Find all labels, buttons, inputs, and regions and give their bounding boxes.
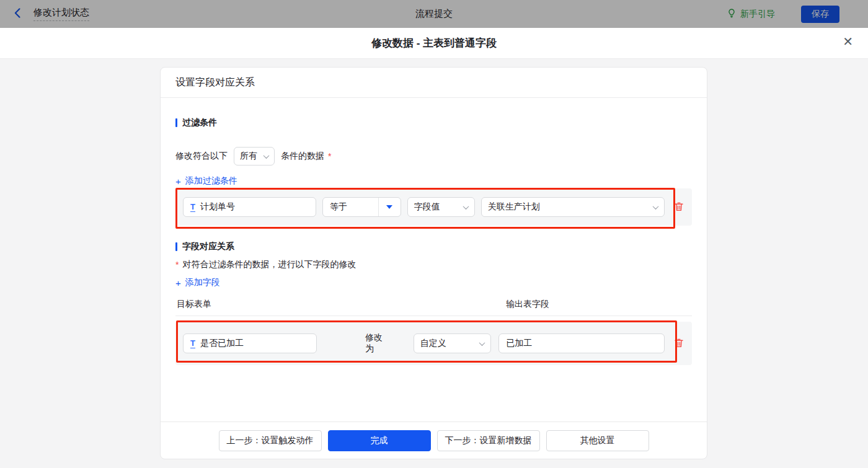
match-condition-line: 修改符合以下 所有 条件的数据 * — [175, 145, 692, 167]
match-mode-value: 所有 — [240, 151, 257, 162]
target-form-column-header: 目标表单 — [177, 299, 211, 310]
operator-caret-segment[interactable] — [378, 198, 401, 216]
required-asterisk: * — [175, 260, 179, 270]
mapping-description-text: 对符合过滤条件的数据，进行以下字段的修改 — [182, 259, 356, 270]
plus-icon: + — [175, 176, 181, 187]
plus-icon: + — [175, 278, 181, 288]
next-step-button[interactable]: 下一步：设置新增数据 — [437, 430, 540, 451]
output-value-input[interactable]: 已加工 — [498, 333, 665, 353]
modify-to-label: 修改为 — [365, 332, 391, 355]
delete-condition-button[interactable] — [673, 201, 684, 214]
filter-field-value: 计划单号 — [200, 201, 235, 213]
caret-down-icon — [386, 205, 392, 209]
value-type-value: 字段值 — [414, 201, 440, 213]
text-field-icon: T — [190, 339, 195, 348]
field-mapping-card: 设置字段对应关系 过滤条件 修改符合以下 所有 条件的数据 — [160, 67, 707, 459]
chevron-down-icon — [264, 152, 270, 159]
filter-field-input[interactable]: T 计划单号 — [183, 197, 316, 217]
beginner-guide-label: 新手引导 — [740, 9, 775, 20]
close-icon: ✕ — [843, 35, 853, 48]
add-filter-condition-link[interactable]: + 添加过滤条件 — [175, 175, 237, 187]
section-marker — [175, 242, 177, 251]
dialog-title: 修改数据 - 主表到普通字段 — [371, 36, 497, 50]
filter-section-label: 过滤条件 — [182, 117, 217, 128]
other-settings-button[interactable]: 其他设置 — [546, 430, 649, 451]
close-button[interactable]: ✕ — [843, 35, 853, 48]
lightbulb-icon — [727, 8, 737, 20]
value-source-value: 自定义 — [420, 338, 446, 349]
card-body: 过滤条件 修改符合以下 所有 条件的数据 * + 添加过滤条件 — [161, 118, 707, 365]
output-value: 已加工 — [506, 338, 532, 349]
chevron-down-icon — [463, 203, 469, 210]
card-footer: 上一步：设置触发动作 完成 下一步：设置新增数据 其他设置 — [161, 422, 707, 459]
prev-step-button[interactable]: 上一步：设置触发动作 — [219, 430, 322, 451]
card-header: 设置字段对应关系 — [161, 68, 707, 98]
text-field-icon: T — [190, 203, 195, 212]
output-field-column-header: 输出表字段 — [506, 299, 549, 310]
target-field-input[interactable]: T 是否已加工 — [183, 333, 317, 353]
filter-section-title: 过滤条件 — [175, 118, 692, 128]
top-toolbar: 修改计划状态 流程提交 新手引导 保存 — [0, 0, 868, 28]
required-asterisk: * — [328, 151, 331, 161]
chevron-down-icon — [653, 203, 659, 210]
trash-icon — [673, 337, 684, 350]
mapping-description: * 对符合过滤条件的数据，进行以下字段的修改 — [175, 260, 692, 270]
toolbar-right: 新手引导 保存 — [727, 6, 839, 23]
operator-select[interactable]: 等于 — [322, 197, 401, 217]
condition-value: 关联生产计划 — [488, 201, 540, 213]
delete-mapping-button[interactable] — [673, 337, 684, 350]
add-field-link[interactable]: + 添加字段 — [175, 276, 220, 289]
operator-value: 等于 — [323, 198, 378, 216]
modify-data-dialog: 修改数据 - 主表到普通字段 ✕ 设置字段对应关系 过滤条件 修改符合以下 所有 — [0, 28, 868, 468]
section-marker — [175, 118, 177, 127]
save-button[interactable]: 保存 — [801, 6, 839, 23]
chevron-down-icon — [479, 340, 485, 346]
done-button[interactable]: 完成 — [328, 430, 431, 451]
value-type-select[interactable]: 字段值 — [407, 197, 475, 217]
screen: 修改计划状态 流程提交 新手引导 保存 修改数据 - 主表到普通字段 ✕ 设置字… — [0, 0, 868, 468]
mapping-section-label: 字段对应关系 — [182, 241, 234, 252]
mapping-column-headers: 目标表单 输出表字段 — [175, 298, 692, 316]
target-field-value: 是否已加工 — [200, 338, 244, 349]
beginner-guide-link[interactable]: 新手引导 — [727, 8, 775, 20]
match-mode-select[interactable]: 所有 — [234, 147, 275, 166]
value-source-select[interactable]: 自定义 — [414, 333, 491, 353]
mapping-section-title: 字段对应关系 — [175, 242, 692, 252]
field-mapping-row: T 是否已加工 修改为 自定义 已加工 — [175, 322, 692, 365]
add-filter-condition-label: 添加过滤条件 — [185, 175, 237, 187]
add-field-label: 添加字段 — [185, 277, 220, 288]
match-suffix-text: 条件的数据 — [281, 151, 324, 162]
filter-condition-row: T 计划单号 等于 字段值 — [175, 188, 692, 226]
condition-value-select[interactable]: 关联生产计划 — [481, 197, 665, 217]
dialog-body: 设置字段对应关系 过滤条件 修改符合以下 所有 条件的数据 — [0, 59, 868, 468]
trash-icon — [673, 201, 684, 214]
dialog-header: 修改数据 - 主表到普通字段 ✕ — [0, 28, 868, 59]
match-prefix-text: 修改符合以下 — [175, 151, 228, 162]
